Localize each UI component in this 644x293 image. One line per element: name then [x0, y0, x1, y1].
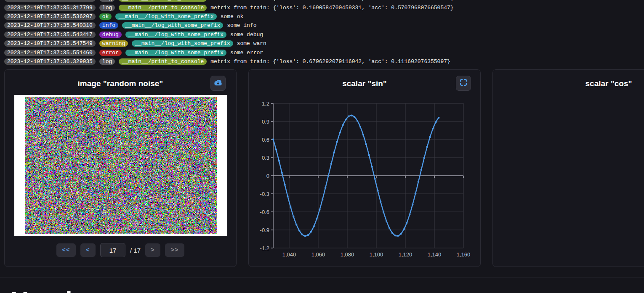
- series-marker: [281, 172, 283, 174]
- series-marker: [371, 166, 373, 167]
- series-marker: [386, 220, 387, 222]
- next-page-button[interactable]: >: [145, 243, 160, 257]
- scalar-sin-card: scalar "sin" 1.20.90.60.30-0.3-0.6-0.9-1…: [248, 69, 481, 267]
- series-marker: [397, 235, 399, 237]
- series-marker: [368, 154, 370, 156]
- y-axis-label: 0.3: [262, 155, 269, 161]
- series-marker: [322, 198, 323, 200]
- x-axis-label: 1,120: [399, 251, 412, 258]
- x-axis-label: 1,140: [428, 251, 442, 258]
- image-preview-frame: [14, 95, 227, 236]
- series-marker: [354, 116, 355, 118]
- series-marker: [351, 115, 352, 116]
- first-page-button[interactable]: <<: [56, 243, 76, 257]
- series-marker: [316, 218, 317, 219]
- timestamp-badge: 2023-12-10T17:37:35.536207: [4, 13, 96, 20]
- log-row: 2023-12-10T17:37:35.540310info__main__/l…: [0, 21, 644, 30]
- series-marker: [310, 231, 312, 232]
- timestamp-badge: 2023-12-10T17:37:35.313501: [4, 0, 96, 2]
- series-marker: [432, 128, 434, 129]
- page-total-label: / 17: [130, 247, 141, 254]
- cos-chart: [493, 91, 644, 267]
- series-marker: [394, 235, 396, 236]
- series-marker: [423, 157, 425, 159]
- y-axis-label: -0.9: [260, 227, 269, 233]
- series-marker: [284, 184, 285, 185]
- series-marker: [429, 136, 431, 138]
- series-marker: [298, 230, 300, 231]
- section-divider: [0, 277, 644, 277]
- series-marker: [383, 211, 384, 213]
- log-row: 2023-12-10T17:37:35.547549warning__main_…: [0, 39, 644, 48]
- sin-fullscreen-button[interactable]: [456, 76, 471, 91]
- log-module-badge: __main__/log_with_some_prefix: [132, 40, 233, 47]
- log-module-badge: __main__/log_with_some_prefix: [122, 22, 223, 29]
- log-message: metrix from train: {'loss': 0.1690584700…: [210, 5, 453, 11]
- log-row: 2023-12-10T17:37:35.536207ok__main__/log…: [0, 12, 644, 21]
- last-page-button[interactable]: >>: [165, 243, 184, 257]
- log-message: some error: [230, 50, 263, 56]
- x-axis-label: 1,100: [370, 251, 383, 258]
- timestamp-badge: 2023-12-10T17:37:35.540310: [4, 22, 96, 29]
- log-level-badge: ok: [99, 13, 112, 20]
- x-axis-label: 1,160: [457, 251, 471, 258]
- image-card-title: image "random noise": [5, 79, 236, 88]
- log-message: some info: [227, 22, 256, 29]
- cloud-download-button[interactable]: [210, 76, 226, 91]
- log-message: metrix from train: {'loss': 0.1690584700…: [210, 0, 453, 2]
- series-marker: [377, 190, 378, 191]
- y-axis-label: 1.2: [262, 100, 269, 107]
- series-marker: [333, 151, 335, 153]
- log-level-badge: log: [99, 5, 115, 11]
- x-axis-label: 1,060: [311, 251, 325, 258]
- series-marker: [406, 222, 407, 224]
- series-marker: [362, 134, 364, 135]
- series-marker: [359, 126, 361, 127]
- series-marker: [409, 214, 410, 215]
- series-marker: [380, 201, 381, 203]
- log-module-badge: __main__/print_to_console: [119, 0, 207, 2]
- log-level-badge: debug: [99, 32, 122, 38]
- scalar-cos-card: scalar "cos": [492, 69, 644, 267]
- series-marker: [357, 120, 358, 121]
- page-number-input[interactable]: [100, 243, 125, 257]
- log-module-badge: __main__/log_with_some_prefix: [125, 50, 226, 56]
- log-message: some debug: [230, 32, 263, 38]
- timestamp-badge: 2023-12-10T17:37:35.317799: [4, 5, 96, 11]
- timestamp-badge: 2023-12-10T17:37:35.551460: [4, 50, 96, 56]
- app-screen: 2023-12-10T17:37:35.313501log__main__/pr…: [0, 0, 644, 293]
- log-level-badge: error: [99, 50, 122, 56]
- log-module-badge: __main__/print_to_console: [119, 5, 207, 11]
- series-marker: [304, 235, 306, 237]
- series-marker: [325, 187, 326, 188]
- series-marker: [339, 132, 341, 133]
- series-marker: [275, 149, 277, 150]
- log-module-badge: __main__/log_with_some_prefix: [125, 32, 226, 38]
- y-axis-label: -0.3: [260, 191, 269, 197]
- fullscreen-icon: [459, 78, 468, 89]
- log-row: 2023-12-10T17:37:36.329035log__main__/pr…: [0, 57, 644, 66]
- cards-row: image "random noise" << <: [4, 69, 644, 267]
- log-message: metrix from train: {'loss': 0.6796292079…: [210, 58, 450, 65]
- log-output: 2023-12-10T17:37:35.313501log__main__/pr…: [0, 0, 644, 66]
- series-marker: [342, 124, 343, 126]
- log-level-badge: warning: [99, 40, 128, 47]
- prev-page-button[interactable]: <: [80, 243, 96, 257]
- timestamp-badge: 2023-12-10T17:37:35.543417: [4, 32, 96, 38]
- sin-card-title: scalar "sin": [249, 79, 480, 88]
- series-marker: [412, 203, 413, 205]
- series-marker: [365, 143, 367, 145]
- series-marker: [319, 209, 320, 211]
- log-row: 2023-12-10T17:37:35.543417debug__main__/…: [0, 30, 644, 39]
- series-marker: [345, 119, 346, 120]
- log-row: 2023-12-10T17:37:35.317799log__main__/pr…: [0, 3, 644, 12]
- x-axis-label: 1,080: [341, 251, 354, 258]
- log-level-badge: info: [99, 22, 118, 29]
- y-axis-label: -0.6: [260, 209, 269, 215]
- footer-heading: Header: [11, 288, 96, 293]
- series-marker: [438, 117, 439, 119]
- sin-chart: 1.20.90.60.30-0.3-0.6-0.9-1.21,0401,0601…: [249, 91, 481, 267]
- y-axis-label: -1.2: [260, 245, 269, 251]
- x-axis-label: 1,040: [282, 251, 296, 258]
- log-level-badge: log: [99, 0, 115, 2]
